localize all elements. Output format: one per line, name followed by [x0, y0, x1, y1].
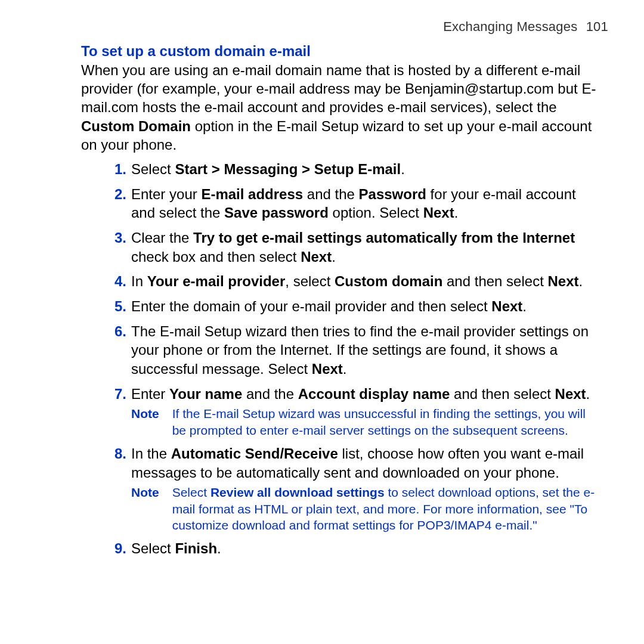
- note-block: Note If the E-mail Setup wizard was unsu…: [131, 405, 602, 438]
- step-bold: Try to get e-mail settings automatically…: [193, 230, 575, 246]
- step-text: option. Select: [329, 205, 423, 221]
- note-bold: Review all download settings: [210, 485, 385, 499]
- step-bold: Password: [359, 186, 426, 202]
- intro-paragraph: When you are using an e-mail domain name…: [36, 61, 602, 154]
- step-bold: Save password: [224, 205, 329, 221]
- note-body: Select Review all download settings to s…: [172, 484, 602, 533]
- step-bold: Custom domain: [335, 273, 442, 289]
- intro-bold: Custom Domain: [81, 118, 191, 134]
- steps-list: 1. Select Start > Messaging > Setup E-ma…: [36, 160, 608, 558]
- step-text: .: [401, 161, 405, 177]
- step-text: , select: [285, 273, 335, 289]
- step-text: .: [579, 273, 583, 289]
- note-text: Select: [172, 485, 210, 499]
- step-text: The E-mail Setup wizard then tries to fi…: [131, 323, 589, 377]
- step-9: 9. Select Finish.: [112, 539, 602, 558]
- step-text: Enter: [131, 386, 169, 402]
- step-text: Enter the domain of your e-mail provider…: [131, 298, 491, 314]
- step-bold: Next: [312, 361, 343, 377]
- step-8: 8. In the Automatic Send/Receive list, c…: [112, 444, 602, 533]
- step-text: In: [131, 273, 147, 289]
- step-text: and then select: [450, 386, 555, 402]
- step-text: .: [217, 540, 221, 556]
- chapter-title: Exchanging Messages: [443, 19, 577, 34]
- step-text: .: [586, 386, 590, 402]
- step-bold: Next: [301, 249, 332, 265]
- step-number: 2.: [106, 185, 126, 204]
- step-text: .: [332, 249, 336, 265]
- step-text: .: [343, 361, 347, 377]
- note-block: Note Select Review all download settings…: [131, 484, 602, 533]
- step-2: 2. Enter your E-mail address and the Pas…: [112, 185, 602, 222]
- step-number: 4.: [106, 272, 126, 291]
- step-bold: Automatic Send/Receive: [171, 445, 338, 462]
- step-bold: Finish: [175, 540, 217, 556]
- step-bold: Start > Messaging > Setup E-mail: [175, 161, 401, 177]
- intro-text: When you are using an e-mail domain name…: [81, 62, 596, 115]
- section-heading: To set up a custom domain e-mail: [36, 43, 608, 60]
- step-text: and then select: [442, 273, 547, 289]
- step-text: check box and then select: [131, 249, 301, 265]
- step-text: Select: [131, 540, 175, 556]
- running-header: Exchanging Messages 101: [36, 19, 608, 35]
- step-number: 1.: [106, 160, 126, 179]
- step-3: 3. Clear the Try to get e-mail settings …: [112, 228, 602, 266]
- step-number: 3.: [106, 228, 126, 247]
- step-7: 7. Enter Your name and the Account displ…: [112, 385, 602, 438]
- step-text: Select: [131, 161, 175, 177]
- note-label: Note: [131, 484, 159, 533]
- step-bold: Your name: [169, 386, 242, 402]
- step-bold: E-mail address: [201, 186, 303, 202]
- note-label: Note: [131, 405, 159, 438]
- step-bold: Your e-mail provider: [147, 273, 286, 289]
- note-body: If the E-mail Setup wizard was unsuccess…: [172, 405, 602, 438]
- step-bold: Next: [491, 298, 522, 314]
- page-number: 101: [586, 19, 608, 34]
- step-4: 4. In Your e-mail provider, select Custo…: [112, 272, 602, 291]
- step-6: 6. The E-mail Setup wizard then tries to…: [112, 322, 602, 379]
- step-number: 6.: [106, 322, 126, 341]
- step-text: and the: [242, 386, 298, 402]
- step-text: In the: [131, 445, 171, 462]
- step-bold: Account display name: [298, 386, 450, 402]
- step-1: 1. Select Start > Messaging > Setup E-ma…: [112, 160, 602, 179]
- step-number: 9.: [106, 539, 126, 558]
- step-text: Enter your: [131, 186, 201, 202]
- manual-page: Exchanging Messages 101 To set up a cust…: [0, 0, 644, 644]
- step-number: 7.: [106, 385, 126, 404]
- step-5: 5. Enter the domain of your e-mail provi…: [112, 297, 602, 316]
- step-text: Clear the: [131, 230, 193, 246]
- step-number: 8.: [106, 444, 126, 463]
- step-number: 5.: [106, 297, 126, 316]
- step-text: .: [522, 298, 527, 314]
- step-bold: Next: [555, 386, 586, 402]
- step-bold: Next: [423, 205, 454, 221]
- step-text: .: [454, 205, 459, 221]
- step-text: and the: [303, 186, 358, 202]
- step-bold: Next: [547, 273, 578, 289]
